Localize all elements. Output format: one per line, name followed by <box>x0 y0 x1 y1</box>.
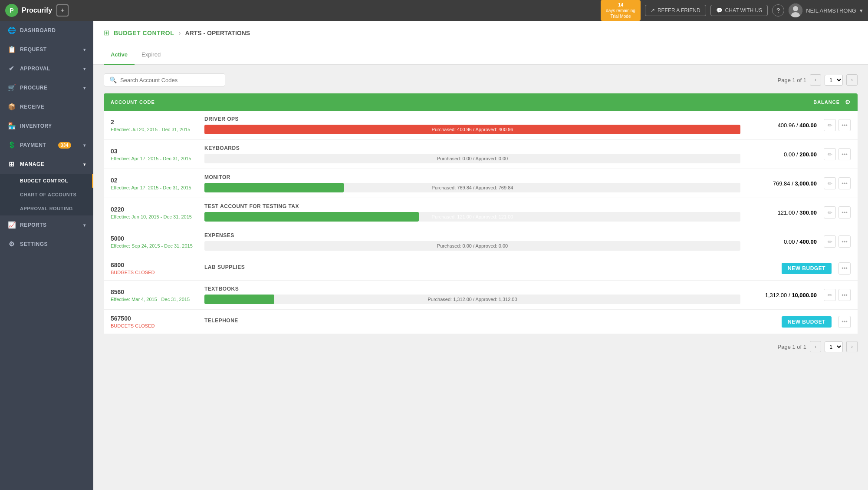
page-select[interactable]: 1 <box>825 75 843 86</box>
account-name: TEST ACCOUNT FOR TESTING TAX <box>204 203 740 209</box>
table-row: 567500 BUDGETS CLOSED TELEPHONE NEW BUDG… <box>104 310 858 334</box>
user-menu[interactable]: NEIL ARMSTRONG ▾ <box>789 3 863 17</box>
row-code-section: 0220 Effective: Jun 10, 2015 - Dec 31, 2… <box>111 206 197 219</box>
chevron-down-icon: ▾ <box>83 47 86 52</box>
progress-text: Purchased: 1,312.00 / Approved: 1,312.00 <box>204 295 740 304</box>
sidebar-item-approval-routing[interactable]: APPROVAL ROUTING <box>0 202 93 215</box>
header-account-code: ACCOUNT CODE <box>111 99 813 105</box>
edit-button[interactable]: ✏ <box>824 206 836 219</box>
table-row: 5000 Effective: Sep 24, 2015 - Dec 31, 2… <box>104 227 858 256</box>
sidebar-item-receive[interactable]: 📦 RECEIVE <box>0 97 93 116</box>
sidebar-item-payment[interactable]: 💲 PAYMENT 334 ▾ <box>0 136 93 155</box>
edit-button[interactable]: ✏ <box>824 148 836 160</box>
row-balance: 0.00 / 200.00 <box>747 151 817 158</box>
progress-bar: Purchased: 0.00 / Approved: 0.00 <box>204 241 740 251</box>
topnav: P Procurify + 14 days remaining Trial Mo… <box>0 0 868 21</box>
prev-page-button[interactable]: ‹ <box>810 74 821 86</box>
table-row: 6800 BUDGETS CLOSED LAB SUPPLIES NEW BUD… <box>104 256 858 281</box>
edit-button[interactable]: ✏ <box>824 119 836 131</box>
reports-icon: 📈 <box>8 221 16 229</box>
bottom-next-button[interactable]: › <box>846 341 858 352</box>
tab-active[interactable]: Active <box>104 45 135 65</box>
new-budget-button[interactable]: NEW BUDGET <box>782 316 832 328</box>
payment-icon: 💲 <box>8 141 16 149</box>
more-button[interactable]: ••• <box>838 262 851 275</box>
chat-button[interactable]: 💬 CHAT WITH US <box>710 5 768 16</box>
submenu-label: APPROVAL ROUTING <box>20 206 73 211</box>
sidebar-item-settings[interactable]: ⚙ SETTINGS <box>0 235 93 254</box>
main-content: ⊞ BUDGET CONTROL › ARTS - OPERTATIONS Ac… <box>93 21 868 490</box>
sidebar: 🌐 DASHBOARD 📋 REQUEST ▾ ✔ APPROVAL ▾ 🛒 P… <box>0 21 93 490</box>
account-name: LAB SUPPLIES <box>204 264 755 270</box>
sidebar-item-approval[interactable]: ✔ APPROVAL ▾ <box>0 59 93 78</box>
row-actions: ✏ ••• <box>824 206 851 219</box>
new-budget-button[interactable]: NEW BUDGET <box>782 263 832 274</box>
breadcrumb: ⊞ BUDGET CONTROL › ARTS - OPERTATIONS <box>93 21 868 45</box>
more-button[interactable]: ••• <box>838 119 851 131</box>
help-button[interactable]: ? <box>772 4 784 17</box>
budget-status: BUDGETS CLOSED <box>111 323 197 328</box>
settings-icon: ⚙ <box>8 240 16 248</box>
account-code: 2 <box>111 119 197 126</box>
sidebar-item-reports[interactable]: 📈 REPORTS ▾ <box>0 215 93 235</box>
row-middle: TELEPHONE <box>204 318 755 326</box>
more-button[interactable]: ••• <box>838 206 851 219</box>
tab-expired[interactable]: Expired <box>135 45 168 65</box>
row-balance: 121.00 / 300.00 <box>747 209 817 216</box>
next-page-button[interactable]: › <box>846 74 858 86</box>
more-button[interactable]: ••• <box>838 235 851 248</box>
progress-text: Purchased: 0.00 / Approved: 0.00 <box>204 241 740 251</box>
row-balance: 769.84 / 3,000.00 <box>747 180 817 187</box>
row-actions: ✏ ••• <box>824 119 851 131</box>
bottom-page-select[interactable]: 1 <box>825 341 843 352</box>
row-middle: LAB SUPPLIES <box>204 264 755 273</box>
search-input[interactable] <box>120 77 220 83</box>
row-middle: DRIVER OPS Purchased: 400.96 / Approved:… <box>204 116 740 134</box>
sidebar-item-request[interactable]: 📋 REQUEST ▾ <box>0 40 93 59</box>
table-settings-icon[interactable]: ⚙ <box>845 99 851 106</box>
edit-button[interactable]: ✏ <box>824 289 836 301</box>
edit-button[interactable]: ✏ <box>824 177 836 189</box>
effective-date: Effective: Jun 10, 2015 - Dec 31, 2015 <box>111 214 197 219</box>
sidebar-item-manage[interactable]: ⊞ MANAGE ▾ <box>0 155 93 174</box>
row-code-section: 8560 Effective: Mar 4, 2015 - Dec 31, 20… <box>111 288 197 302</box>
refer-friend-button[interactable]: ↗ REFER A FRIEND <box>645 5 706 16</box>
sidebar-item-procure[interactable]: 🛒 PROCURE ▾ <box>0 78 93 97</box>
breadcrumb-link[interactable]: BUDGET CONTROL <box>114 30 174 36</box>
submenu-label: BUDGET CONTROL <box>20 178 68 183</box>
chevron-down-icon: ▾ <box>83 162 86 167</box>
inventory-icon: 🏪 <box>8 122 16 130</box>
progress-text: Purchased: 400.96 / Approved: 400.96 <box>204 125 740 134</box>
effective-date: Effective: Sep 24, 2015 - Dec 31, 2015 <box>111 243 197 248</box>
more-button[interactable]: ••• <box>838 316 851 328</box>
account-code: 0220 <box>111 206 197 213</box>
avatar <box>789 3 802 17</box>
sidebar-item-label: PROCURE <box>20 85 48 91</box>
logo-text: Procurify <box>22 7 52 14</box>
sidebar-item-label: RECEIVE <box>20 104 44 110</box>
account-code: 6800 <box>111 262 197 268</box>
more-button[interactable]: ••• <box>838 289 851 301</box>
sidebar-item-dashboard[interactable]: 🌐 DASHBOARD <box>0 21 93 40</box>
add-button[interactable]: + <box>56 4 69 17</box>
sidebar-item-inventory[interactable]: 🏪 INVENTORY <box>0 116 93 136</box>
sidebar-item-label: INVENTORY <box>20 123 52 129</box>
chevron-down-icon: ▾ <box>83 143 86 148</box>
trial-badge: 14 days remaining Trial Mode <box>601 0 641 21</box>
progress-text: Purchased: 0.00 / Approved: 0.00 <box>204 154 740 163</box>
more-button[interactable]: ••• <box>838 177 851 189</box>
more-button[interactable]: ••• <box>838 148 851 160</box>
table-row: 0220 Effective: Jun 10, 2015 - Dec 31, 2… <box>104 198 858 227</box>
row-middle: EXPENSES Purchased: 0.00 / Approved: 0.0… <box>204 232 740 251</box>
bottom-page-info: Page 1 of 1 <box>778 344 807 350</box>
bottom-prev-button[interactable]: ‹ <box>810 341 821 352</box>
effective-date: Effective: Jul 20, 2015 - Dec 31, 2015 <box>111 127 197 132</box>
row-actions: ✏ ••• <box>824 289 851 301</box>
progress-text: Purchased: 769.84 / Approved: 769.84 <box>204 183 740 192</box>
row-middle: KEYBOARDS Purchased: 0.00 / Approved: 0.… <box>204 145 740 163</box>
sidebar-item-budget-control[interactable]: BUDGET CONTROL <box>0 174 93 188</box>
sidebar-item-chart-of-accounts[interactable]: CHART OF ACCOUNTS <box>0 188 93 202</box>
balance-value: 0.00 / 200.00 <box>784 151 817 158</box>
row-actions: ✏ ••• <box>824 148 851 160</box>
edit-button[interactable]: ✏ <box>824 235 836 248</box>
